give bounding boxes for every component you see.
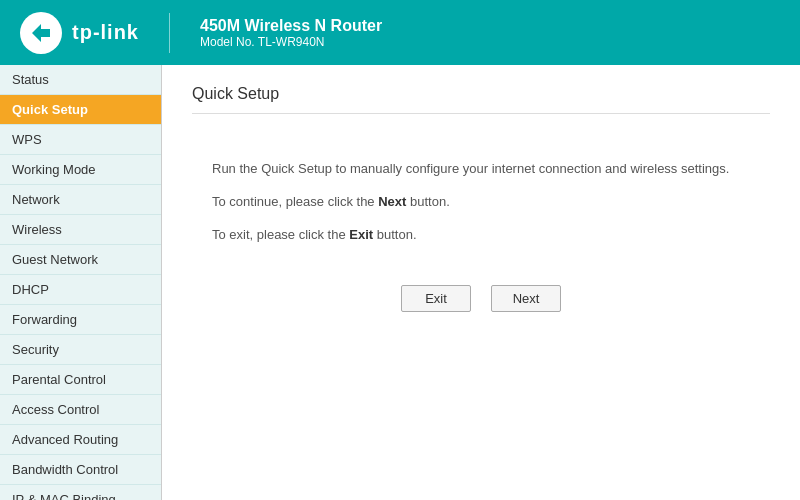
sidebar-item-wireless[interactable]: Wireless <box>0 215 161 245</box>
logo-text: tp-link <box>72 21 139 44</box>
sidebar-item-bandwidth-control[interactable]: Bandwidth Control <box>0 455 161 485</box>
header: tp-link 450M Wireless N Router Model No.… <box>0 0 800 65</box>
sidebar-item-forwarding[interactable]: Forwarding <box>0 305 161 335</box>
next-button[interactable]: Next <box>491 285 561 312</box>
page-title: Quick Setup <box>192 85 770 114</box>
sidebar-item-access-control[interactable]: Access Control <box>0 395 161 425</box>
desc-line-3: To exit, please click the Exit button. <box>212 225 750 246</box>
button-row: Exit Next <box>212 285 750 312</box>
sidebar: StatusQuick SetupWPSWorking ModeNetworkW… <box>0 65 162 500</box>
header-divider <box>169 13 170 53</box>
sidebar-item-status[interactable]: Status <box>0 65 161 95</box>
layout: StatusQuick SetupWPSWorking ModeNetworkW… <box>0 65 800 500</box>
header-info: 450M Wireless N Router Model No. TL-WR94… <box>200 17 382 49</box>
sidebar-item-network[interactable]: Network <box>0 185 161 215</box>
desc2-bold: Next <box>378 194 406 209</box>
sidebar-item-wps[interactable]: WPS <box>0 125 161 155</box>
sidebar-item-parental-control[interactable]: Parental Control <box>0 365 161 395</box>
desc3-prefix: To exit, please click the <box>212 227 349 242</box>
desc3-bold: Exit <box>349 227 373 242</box>
model-name: 450M Wireless N Router <box>200 17 382 35</box>
desc2-prefix: To continue, please click the <box>212 194 378 209</box>
sidebar-item-advanced-routing[interactable]: Advanced Routing <box>0 425 161 455</box>
main-content: Quick Setup Run the Quick Setup to manua… <box>162 65 800 500</box>
sidebar-item-security[interactable]: Security <box>0 335 161 365</box>
sidebar-item-quick-setup[interactable]: Quick Setup <box>0 95 161 125</box>
sidebar-item-ip-&-mac-binding[interactable]: IP & MAC Binding <box>0 485 161 500</box>
logo-area: tp-link 450M Wireless N Router Model No.… <box>20 12 382 54</box>
desc-line-2: To continue, please click the Next butto… <box>212 192 750 213</box>
content-body: Run the Quick Setup to manually configur… <box>192 129 770 332</box>
sidebar-item-working-mode[interactable]: Working Mode <box>0 155 161 185</box>
model-no: Model No. TL-WR940N <box>200 35 382 49</box>
sidebar-item-dhcp[interactable]: DHCP <box>0 275 161 305</box>
desc3-suffix: button. <box>373 227 416 242</box>
tp-link-logo-icon <box>20 12 62 54</box>
desc-line-1: Run the Quick Setup to manually configur… <box>212 159 750 180</box>
exit-button[interactable]: Exit <box>401 285 471 312</box>
sidebar-item-guest-network[interactable]: Guest Network <box>0 245 161 275</box>
desc2-suffix: button. <box>406 194 449 209</box>
